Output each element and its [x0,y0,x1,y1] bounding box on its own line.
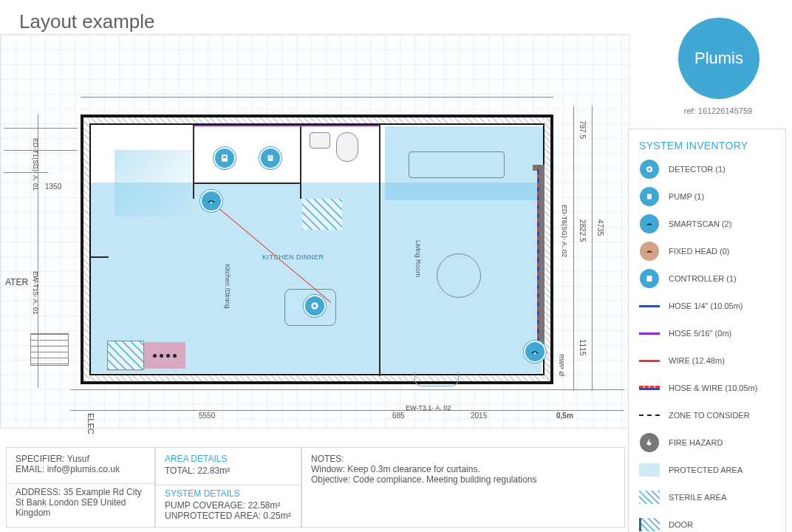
legend-pump: PUMP (1) [639,186,776,207]
svg-rect-1 [223,156,226,158]
info-areas: AREA DETAILS TOTAL: 22.83m² SYSTEM DETAI… [155,447,301,528]
device-smartscan-2[interactable] [524,341,546,363]
svg-point-8 [534,352,536,355]
room-label-kitchen2: Kitchen /Dining [224,264,231,309]
furniture-roundtable [437,253,481,298]
area-total: TOTAL: 22.83m² [165,466,292,476]
legend-fire: FIRE HAZARD [639,432,776,453]
legend-wire: WIRE (12.48m) [639,350,776,371]
legend-hose14: HOSE 1/4" (10.05m) [639,296,776,316]
ext-label-elec: ELEC [86,413,95,434]
specifier-lbl: SPECIFIER: [16,454,65,464]
legend-label: HOSE & WIRE (10.05m) [669,383,757,392]
svg-point-10 [648,168,651,171]
note-2: Objective: Code compliance. Meeting buil… [311,474,615,485]
legend-heading: SYSTEM INVENTORY [639,140,776,151]
brand-logo: Plumis [678,18,759,99]
ext-label-water: ATER [5,277,28,287]
brand-name: Plumis [694,49,743,68]
hose-wire-run [537,165,539,358]
room-label-living: Living Room [414,240,422,277]
dim-4735: 4735 [596,219,604,236]
door-threshold [414,372,459,386]
device-pump[interactable] [259,147,281,169]
legend-door: DOOR [639,514,776,532]
interior-wall [194,183,301,184]
legend-zone: ZONE TO CONSIDER [639,405,776,426]
info-panel: SPECIFIER: Yusuf EMAIL: info@plumis.co.u… [6,447,625,528]
address-lbl: ADDRESS: [16,487,61,497]
legend-smartscan: SMARTSCAN (2) [639,214,776,234]
specifier-val: Yusuf [67,454,89,464]
protected-area-beam [115,150,191,216]
interior-wall [91,256,109,258]
info-specifier: SPECIFIER: Yusuf EMAIL: info@plumis.co.u… [6,447,155,528]
dim-05m: 0,5m [556,412,573,420]
legend-panel: SYSTEM INVENTORY DETECTOR (1) PUMP (1) S… [628,129,786,532]
device-smartscan-1[interactable] [200,190,222,212]
legend-label: DOOR [669,520,693,529]
fire-hazard-stove [144,342,185,369]
fixture-toilet [336,132,358,162]
legend-detector: DETECTOR (1) [639,159,776,180]
legend-label: DETECTOR (1) [669,165,726,174]
legend-label: FIRE HAZARD [669,438,723,447]
dim-2822: 2822.5 [578,219,587,242]
interior-wall [300,125,301,199]
room-label-kitchen: KITCHEN DINNER [262,253,324,261]
sterile-area [302,199,342,230]
unprotected-area: UNPROTECTED AREA: 0.25m² [165,511,292,521]
dim-797: 797.5 [578,120,587,139]
interior-wall [193,125,194,199]
legend-hosewire: HOSE & WIRE (10.05m) [639,378,776,398]
notes-heading: NOTES: [311,454,615,464]
page-title: Layout example [19,10,155,33]
email-lbl: EMAIL: [16,464,44,474]
svg-rect-11 [647,194,652,200]
flame-icon [640,433,659,452]
pump-coverage: PUMP COVERAGE: 22.58m² [165,500,292,511]
legend-label: HOSE 1/4" (10.05m) [669,301,743,310]
legend-controller: CONTROLLER (1) [639,268,776,289]
legend-hose516: HOSE 5/16" (0m) [639,323,776,344]
dim-1115: 1115 [578,339,587,355]
legend-label: HOSE 5/16" (0m) [669,329,731,338]
dim-685: 685 [392,412,405,420]
system-heading: SYSTEM DETAILS [165,488,292,499]
dim-5550: 5550 [199,412,215,420]
dim-1350: 1350 [45,183,61,191]
legend-label: ZONE TO CONSIDER [669,411,750,420]
fixture-sink [310,132,330,149]
device-controller[interactable] [214,147,236,169]
legend-label: WIRE (12.48m) [669,356,725,365]
area-heading: AREA DETAILS [165,454,292,464]
svg-rect-12 [647,276,652,282]
legend-fixedhead: FIXED HEAD (0) [639,241,776,262]
sterile-area [107,341,144,370]
legend-protected: PROTECTED AREA [639,460,776,480]
svg-point-6 [313,304,316,307]
device-detector[interactable] [304,295,326,317]
legend-label: SMARTSCAN (2) [669,219,731,228]
info-notes: NOTES: Window: Keep 0.3m clearance for c… [301,447,625,528]
reference-number: ref: 161226145759 [674,106,762,115]
legend-label: PROTECTED AREA [669,466,742,474]
legend-label: STERILE AREA [669,493,726,502]
email-val: info@plumis.co.uk [47,464,120,474]
exterior-steps [30,333,69,366]
label-rwp: RWP Ø [558,354,565,376]
dim-2015: 2015 [471,412,487,420]
hose-run-516 [194,125,379,126]
legend-label: FIXED HEAD (0) [669,247,730,256]
interior-wall [379,125,380,376]
legend-label: PUMP (1) [669,192,704,201]
legend-label: CONTROLLER (1) [669,274,737,283]
floorplan-canvas: ED-T1(SG)- A. 01 EW-T15- A. 01 ED-T6(SG)… [0,34,629,429]
ext-label-right: ED-T6(SG)- A. 02 [561,205,568,257]
svg-point-7 [211,202,213,204]
legend-sterile: STERILE AREA [639,487,776,508]
window-right [539,165,544,358]
furniture-sofa [409,151,505,178]
note-1: Window: Keep 0.3m clearance for curtains… [311,464,615,474]
